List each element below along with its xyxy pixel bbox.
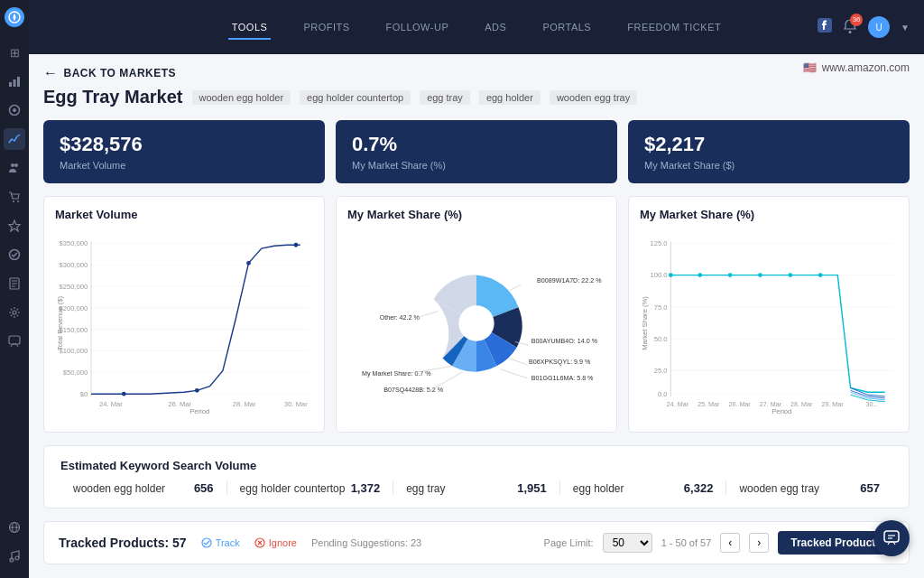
tag-wooden-egg-holder[interactable]: wooden egg holder [192, 90, 291, 105]
market-share-dollar-chart: My Market Share (%) 125.0 100.0 75.0 50.… [628, 196, 910, 433]
flag-icon: 🇺🇸 [803, 61, 817, 74]
page-range: 1 - 50 of 57 [661, 537, 712, 548]
svg-rect-17 [9, 336, 20, 344]
nav-freedom-ticket[interactable]: FREEDOM TICKET [624, 14, 725, 40]
svg-text:$0: $0 [80, 390, 88, 398]
svg-text:Other: 42.2 %: Other: 42.2 % [380, 314, 420, 322]
svg-text:28. Mar: 28. Mar [233, 400, 256, 408]
svg-text:24. Mar: 24. Mar [99, 400, 123, 408]
svg-text:$350,000: $350,000 [59, 239, 88, 247]
svg-text:B07SQ4428B: 5.2 %: B07SQ4428B: 5.2 % [383, 387, 444, 394]
sidebar-icon-circle[interactable] [4, 99, 25, 121]
svg-point-83 [758, 273, 762, 277]
keyword-count-3: 6,322 [684, 481, 714, 495]
svg-point-81 [698, 273, 702, 277]
keyword-name-2: egg tray [406, 482, 445, 495]
market-volume-svg: $350,000 $300,000 $250,000 $200,000 $150… [55, 228, 313, 418]
nav-profits[interactable]: PROFITS [300, 14, 353, 40]
prev-page-btn[interactable]: ‹ [720, 533, 740, 553]
sidebar-icon-doc[interactable] [4, 273, 25, 294]
sidebar-icon-check[interactable] [4, 244, 25, 266]
charts-row: Market Volume $350,000 $300,000 $250,000… [43, 196, 910, 433]
user-avatar[interactable]: U [868, 16, 890, 38]
topnav-right: 36 U ▼ [818, 16, 910, 38]
ignore-label: Ignore [269, 537, 297, 548]
stat-label-2: My Market Share ($) [644, 160, 893, 171]
svg-line-60 [509, 284, 521, 291]
next-page-btn[interactable]: › [749, 533, 769, 553]
stat-value-0: $328,576 [60, 133, 309, 156]
sidebar-icon-chart[interactable] [4, 70, 25, 92]
nav-followup[interactable]: FOLLOW-UP [383, 14, 453, 40]
keyword-name-3: egg holder [573, 482, 624, 495]
sidebar-icon-music[interactable] [4, 545, 25, 567]
tag-egg-tray[interactable]: egg tray [420, 90, 470, 105]
stat-label-1: My Market Share (%) [352, 160, 601, 171]
keyword-section: Estimated Keyword Search Volume wooden e… [43, 445, 910, 508]
svg-text:25.0: 25.0 [654, 367, 668, 375]
svg-text:$50,000: $50,000 [63, 368, 88, 377]
topnav-items: TOOLS PROFITS FOLLOW-UP ADS PORTALS FREE… [228, 14, 725, 40]
nav-tools[interactable]: TOOLS [228, 14, 272, 40]
market-share-dollar-title: My Market Share (%) [640, 208, 898, 221]
sidebar-icon-grid[interactable]: ⊞ [4, 42, 25, 63]
svg-point-45 [294, 243, 299, 247]
svg-text:B01GG1L6MA: 5.8 %: B01GG1L6MA: 5.8 % [531, 375, 594, 382]
sidebar-icon-chat[interactable] [4, 331, 25, 352]
svg-text:125.0: 125.0 [650, 239, 667, 247]
amazon-url-text: www.amazon.com [822, 61, 910, 74]
svg-point-24 [849, 31, 852, 33]
sidebar-icon-settings[interactable] [4, 302, 25, 323]
stats-row: $328,576 Market Volume 0.7% My Market Sh… [43, 120, 910, 183]
market-volume-chart: Market Volume $350,000 $300,000 $250,000… [43, 196, 325, 433]
user-menu-chevron[interactable]: ▼ [901, 23, 910, 33]
keyword-item-0: wooden egg holder 656 [60, 481, 227, 495]
sidebar-icon-linechart[interactable] [4, 128, 25, 150]
page-limit-select[interactable]: 50 25 100 [603, 533, 652, 553]
svg-marker-10 [9, 220, 21, 231]
market-share-pct-title: My Market Share (%) [347, 208, 605, 221]
chat-support-btn[interactable] [873, 520, 910, 556]
pagination: Page Limit: 50 25 100 1 - 50 of 57 ‹ › T… [544, 531, 894, 555]
svg-text:28. Mar: 28. Mar [790, 401, 813, 408]
svg-text:30. Mar: 30. Mar [284, 400, 308, 408]
track-btn[interactable]: Track [201, 537, 240, 548]
svg-text:26. Mar: 26. Mar [728, 401, 751, 408]
svg-point-8 [13, 200, 14, 202]
tag-wooden-egg-tray[interactable]: wooden egg tray [550, 90, 637, 105]
sidebar-icon-people[interactable] [4, 157, 25, 179]
ignore-btn[interactable]: Ignore [254, 537, 297, 548]
nav-ads[interactable]: ADS [481, 14, 510, 40]
amazon-url-bar: 🇺🇸 www.amazon.com [803, 61, 910, 74]
notification-bell[interactable]: 36 [843, 19, 857, 36]
svg-point-84 [788, 273, 792, 277]
keyword-item-4: wooden egg tray 657 [726, 481, 892, 495]
back-to-markets-btn[interactable]: ← BACK TO MARKETS [43, 65, 910, 81]
pie-chart-svg: B0089W1A7D: 22.2 % B00AYUMB4O: 14.0 % B0… [347, 228, 605, 418]
svg-text:26. Mar: 26. Mar [168, 400, 191, 408]
sidebar-icon-star[interactable] [4, 215, 25, 237]
track-label: Track [216, 537, 240, 548]
nav-portals[interactable]: PORTALS [539, 14, 595, 40]
tag-egg-holder[interactable]: egg holder [479, 90, 541, 105]
bottom-bar: Tracked Products: 57 Track Ignore Pendin… [43, 521, 910, 564]
svg-text:Period: Period [189, 407, 209, 415]
svg-text:$250,000: $250,000 [59, 283, 88, 291]
tag-egg-holder-countertop[interactable]: egg holder countertop [300, 90, 411, 105]
keyword-count-2: 1,951 [517, 481, 547, 495]
svg-line-63 [501, 369, 527, 378]
svg-point-80 [669, 273, 673, 277]
page-title: Egg Tray Market [43, 87, 183, 107]
svg-rect-99 [884, 531, 899, 542]
keyword-item-1: egg holder countertop 1,372 [227, 481, 394, 495]
sidebar-icon-cart[interactable] [4, 186, 25, 208]
stat-market-share-pct: 0.7% My Market Share (%) [336, 120, 617, 183]
sidebar-icon-globe[interactable] [4, 517, 25, 538]
back-arrow-icon: ← [43, 65, 59, 81]
app-logo[interactable] [5, 7, 24, 27]
tracked-products-title: Tracked Products: 57 [59, 536, 187, 550]
facebook-icon[interactable] [818, 18, 832, 36]
market-share-pct-chart: My Market Share (%) [336, 196, 617, 433]
back-label: BACK TO MARKETS [64, 67, 177, 79]
keyword-item-2: egg tray 1,951 [393, 481, 560, 495]
